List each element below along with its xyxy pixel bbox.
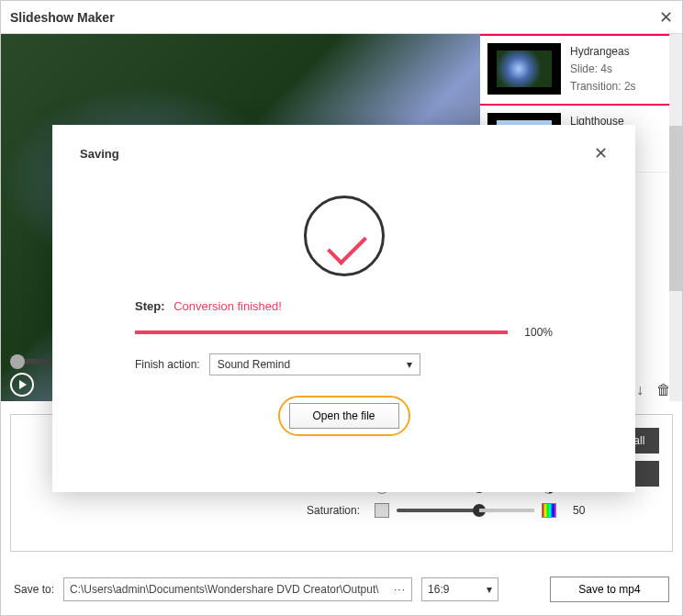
step-label: Step:: [135, 299, 165, 313]
save-path-text: C:\Users\admin\Documents\Wondershare DVD…: [70, 583, 379, 596]
slide-transition: Transition: 2s: [570, 78, 636, 95]
saturation-high-icon: [542, 503, 556, 518]
saturation-label: Saturation:: [83, 504, 367, 517]
bottom-bar: Save to: C:\Users\admin\Documents\Wonder…: [1, 564, 682, 615]
save-button[interactable]: Save to mp4: [550, 577, 669, 602]
chevron-down-icon: ▾: [407, 358, 412, 371]
success-check-icon: [304, 196, 385, 276]
progress-bar: [135, 330, 508, 334]
saturation-slider[interactable]: [397, 509, 534, 512]
title-bar: Slideshow Maker ✕: [1, 1, 682, 34]
save-path-field[interactable]: C:\Users\admin\Documents\Wondershare DVD…: [63, 577, 412, 601]
finish-action-label: Finish action:: [135, 358, 200, 371]
list-item[interactable]: Hydrangeas Slide: 4s Transition: 2s: [480, 34, 682, 106]
browse-icon[interactable]: ···: [394, 583, 406, 596]
import-icon[interactable]: ↓: [636, 382, 644, 398]
dialog-close-icon[interactable]: ✕: [594, 143, 608, 163]
play-button[interactable]: [10, 373, 34, 397]
window-title: Slideshow Maker: [10, 10, 659, 25]
delete-icon[interactable]: 🗑: [656, 382, 671, 398]
chevron-down-icon: ▾: [487, 583, 492, 596]
saturation-low-icon: [375, 503, 389, 518]
step-status: Conversion finished!: [174, 299, 282, 313]
save-to-label: Save to:: [14, 583, 54, 596]
aspect-ratio-select[interactable]: 16:9 ▾: [421, 577, 498, 601]
list-toolbar: ↓ 🗑: [636, 382, 671, 398]
window-close-icon[interactable]: ✕: [659, 7, 673, 28]
scrollbar-thumb[interactable]: [669, 126, 682, 291]
scrubber-knob[interactable]: [10, 354, 25, 369]
finish-action-select[interactable]: Sound Remind ▾: [209, 353, 420, 375]
finish-action-value: Sound Remind: [218, 358, 290, 371]
slide-info: Hydrangeas Slide: 4s Transition: 2s: [561, 43, 636, 96]
aspect-ratio-value: 16:9: [428, 583, 449, 596]
slide-thumbnail: [487, 43, 561, 95]
app-window: Slideshow Maker ✕ Hydrangeas Slide: 4s T…: [0, 0, 683, 616]
progress-percent: 100%: [524, 326, 553, 339]
saturation-value: 50: [573, 504, 600, 517]
open-file-button[interactable]: Open the file: [289, 403, 399, 429]
slide-name: Hydrangeas: [570, 43, 636, 61]
scrollbar[interactable]: [669, 34, 682, 401]
saving-dialog: Saving ✕ Step: Conversion finished! 100%…: [52, 125, 635, 492]
saturation-knob[interactable]: [473, 504, 486, 517]
open-file-highlight: Open the file: [278, 396, 410, 436]
dialog-title: Saving: [80, 147, 594, 161]
slide-duration: Slide: 4s: [570, 61, 636, 78]
